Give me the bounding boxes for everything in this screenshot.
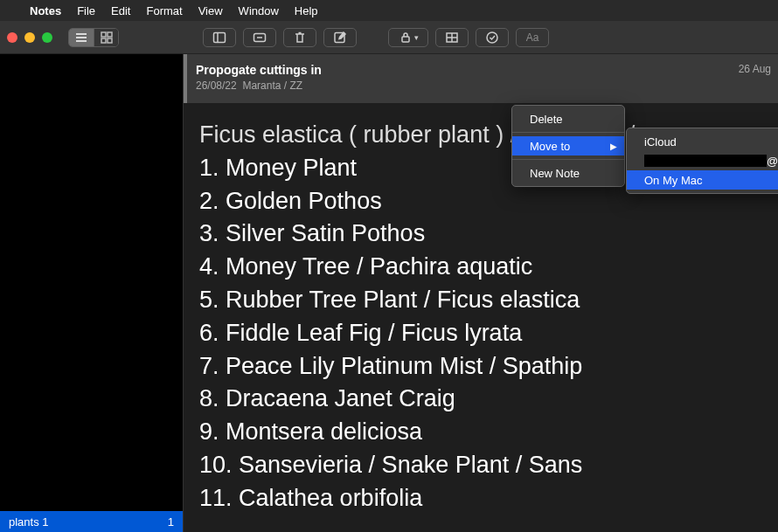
compose-icon: [333, 31, 347, 45]
note-title: Propogate cuttings in: [196, 63, 766, 77]
attachments-button[interactable]: [243, 28, 276, 47]
sidebar-icon: [212, 31, 226, 45]
svg-rect-4: [214, 32, 226, 42]
grid-icon: [100, 31, 114, 45]
delete-note-button[interactable]: [283, 28, 316, 47]
menu-item-gmail-account[interactable]: @gmail.com ▶: [627, 151, 778, 170]
table-icon: [445, 31, 459, 45]
lock-button[interactable]: ▾: [388, 28, 428, 47]
menu-format[interactable]: Format: [146, 4, 182, 17]
menu-window[interactable]: Window: [239, 4, 279, 17]
new-note-button[interactable]: [323, 28, 357, 47]
note-content: Propogate cuttings in 26/08/22 Maranta /…: [184, 54, 778, 532]
trash-icon: [293, 31, 307, 45]
chevron-right-icon: ▶: [610, 142, 617, 151]
attach-icon: [253, 31, 267, 45]
format-button[interactable]: Aa: [516, 28, 549, 47]
context-menu: Delete Move to ▶ New Note: [511, 105, 625, 187]
menu-separator: [512, 132, 624, 133]
svg-rect-2: [101, 38, 106, 43]
table-button[interactable]: [435, 28, 469, 47]
list-icon: [74, 31, 88, 45]
note-line: 11. Calathea orbifolia: [199, 482, 769, 515]
folder-name: plants 1: [9, 515, 49, 529]
sidebar: plants 1 1: [0, 54, 184, 532]
toolbar: ▾ Aa: [0, 21, 778, 54]
note-line: 5. Rubber Tree Plant / Ficus elastica: [199, 284, 769, 317]
note-line: 10. Sansevieria / Snake Plant / Sans: [199, 449, 769, 482]
checklist-icon: [485, 31, 499, 45]
note-line: 3. Silver Satin Pothos: [199, 218, 769, 251]
redacted-text: [644, 155, 767, 167]
menu-item-delete[interactable]: Delete: [512, 109, 624, 128]
menu-item-on-my-mac[interactable]: On My Mac ▶: [627, 170, 778, 190]
menu-view[interactable]: View: [198, 4, 223, 17]
minimize-window-button[interactable]: [24, 32, 35, 43]
window-controls: [7, 32, 52, 43]
move-to-submenu: iCloud ▶ @gmail.com ▶ On My Mac ▶: [626, 128, 778, 194]
folder-count: 1: [168, 515, 174, 529]
svg-point-9: [487, 32, 497, 43]
menu-separator: [512, 159, 624, 160]
svg-rect-7: [402, 37, 409, 42]
folder-row[interactable]: plants 1 1: [0, 511, 183, 532]
note-line: 8. Dracaena Janet Craig: [199, 383, 769, 416]
note-list-item[interactable]: Propogate cuttings in 26/08/22 Maranta /…: [184, 54, 778, 103]
note-line: 7. Peace Lily Platinum Mist / Spathip: [199, 350, 769, 383]
note-corner-date: 26 Aug: [739, 63, 771, 75]
toggle-sidebar-button[interactable]: [203, 28, 236, 47]
app-menu[interactable]: Notes: [30, 4, 61, 17]
list-view-button[interactable]: [69, 29, 94, 46]
menu-edit[interactable]: Edit: [111, 4, 130, 17]
menu-item-new-note[interactable]: New Note: [512, 163, 624, 183]
chevron-down-icon: ▾: [414, 33, 419, 42]
note-line: 4. Money Tree / Pachira aquatic: [199, 251, 769, 284]
view-mode-segment: [68, 28, 119, 47]
close-window-button[interactable]: [7, 32, 17, 43]
zoom-window-button[interactable]: [42, 32, 52, 43]
svg-rect-1: [108, 32, 112, 37]
text-format-icon: Aa: [526, 31, 539, 44]
note-subtitle: 26/08/22 Maranta / ZZ: [196, 79, 766, 92]
lock-icon: [399, 31, 413, 45]
svg-rect-3: [108, 38, 112, 43]
checklist-button[interactable]: [476, 28, 509, 47]
menu-file[interactable]: File: [77, 4, 95, 17]
svg-rect-0: [101, 32, 106, 37]
note-line: 9. Montsera deliciosa: [199, 416, 769, 449]
menubar: Notes File Edit Format View Window Help: [0, 0, 778, 21]
menu-item-move-to[interactable]: Move to ▶: [512, 136, 624, 155]
menu-help[interactable]: Help: [295, 4, 318, 17]
menu-item-icloud[interactable]: iCloud ▶: [627, 132, 778, 151]
gallery-view-button[interactable]: [94, 29, 118, 46]
main-area: plants 1 1 Propogate cuttings in 26/08/2…: [0, 54, 778, 532]
note-line: 6. Fiddle Leaf Fig / Ficus lyrata: [199, 317, 769, 350]
